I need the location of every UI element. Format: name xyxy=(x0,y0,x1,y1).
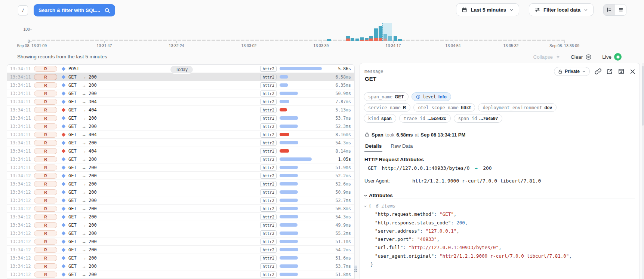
json-colon: : xyxy=(403,245,409,250)
table-row[interactable]: 13:34:11RGET→200httr21.05s xyxy=(7,155,354,163)
live-control[interactable]: Live xyxy=(602,53,622,61)
detail-scrollbar[interactable] xyxy=(642,63,644,279)
tree-view-button[interactable] xyxy=(604,4,615,15)
tag-key: kind xyxy=(368,116,379,121)
tab-details[interactable]: Details xyxy=(364,142,382,152)
row-timestamp: 13:34:12 xyxy=(7,214,30,220)
collapse-control[interactable]: Collapse xyxy=(533,54,560,60)
tag-pill-otel_scope_name[interactable]: otel_scope_namehttr2 xyxy=(413,103,475,112)
tag-pill-span_name[interactable]: span_nameGET xyxy=(364,92,409,101)
row-timestamp: 13:34:11 xyxy=(7,140,30,145)
save-view-icon[interactable] xyxy=(618,68,625,75)
tag-pill-level[interactable]: levelInfo xyxy=(412,92,451,101)
table-row[interactable]: 13:34:12RGET→200httr254.3ms xyxy=(7,213,354,221)
scope-badge: httr2 xyxy=(260,206,277,212)
row-duration: 52.3ms xyxy=(325,124,354,129)
table-row[interactable]: 13:34:11RGET→404httr28.16ms xyxy=(7,131,354,139)
duration-bar-track xyxy=(280,157,325,161)
json-colon: : xyxy=(451,220,456,226)
tab-raw-data[interactable]: Raw Data xyxy=(390,142,413,152)
json-key: "http.response.status_code" xyxy=(375,220,451,226)
row-method: GET xyxy=(68,198,82,203)
json-open-brace: { xyxy=(369,202,372,210)
table-row[interactable]: 13:34:12RGET→200httr251.1ms xyxy=(7,237,354,246)
time-range-button[interactable]: Last 5 minutes xyxy=(456,3,519,16)
list-view-button[interactable] xyxy=(615,4,626,15)
search-sql-button[interactable]: Search & filter with SQL... xyxy=(34,4,115,16)
info-icon xyxy=(416,95,420,99)
table-row[interactable]: 13:34:12RGET→200httr255.2ms xyxy=(7,229,354,237)
table-row[interactable]: 13:34:12RGET→200httr253.7ms xyxy=(7,262,354,270)
row-status-code: 200 xyxy=(89,239,100,244)
http-request-line: GET http://127.0.0.1:40933/bytes/0 → 200 xyxy=(368,165,492,171)
table-row[interactable]: 13:34:11RGET→304httr27.87ms xyxy=(7,98,354,106)
table-row[interactable]: 13:34:12RGET→200httr251.8ms xyxy=(7,270,354,279)
scope-badge: httr2 xyxy=(260,173,277,179)
row-timestamp: 13:34:12 xyxy=(7,239,30,244)
table-row[interactable]: 13:34:11RGET→200httr252.3ms xyxy=(7,122,354,131)
detail-field-label: message xyxy=(364,69,383,74)
service-badge: R xyxy=(34,99,57,105)
duration-bar-track xyxy=(280,100,325,103)
x-axis-tick xyxy=(564,41,565,43)
table-row[interactable]: 13:34:12RGET→200httr252.6ms xyxy=(7,180,354,188)
row-arrow-icon: → xyxy=(82,206,89,211)
duration-bar-track xyxy=(280,75,325,79)
table-row[interactable]: 13:34:12RGET→200httr252.7ms xyxy=(7,196,354,205)
scope-badge: httr2 xyxy=(260,91,277,96)
x-axis-tick-label: 13:33:02 xyxy=(241,43,257,48)
clear-control[interactable]: Clear xyxy=(571,54,592,60)
span-kind-diamond-icon xyxy=(61,116,65,120)
tag-pill-deployment_environment[interactable]: deployment_environmentdev xyxy=(478,103,557,112)
row-method: GET xyxy=(68,83,82,88)
table-row[interactable]: 13:34:12RGET→200httr250.9ms xyxy=(7,188,354,196)
duration-bar-track xyxy=(280,125,325,128)
scope-badge: httr2 xyxy=(260,123,277,129)
duration-bar-track xyxy=(280,240,325,243)
table-row[interactable]: 13:34:11RGET→200httr253.7ms xyxy=(7,114,354,122)
tag-pill-service_name[interactable]: service_nameR xyxy=(364,103,410,112)
duration-bar-track xyxy=(280,174,325,177)
table-row[interactable]: 13:34:12RGET→200httr252.2ms xyxy=(7,172,354,180)
table-row[interactable]: 13:34:11RGET→404httr28.14ms xyxy=(7,147,354,155)
table-row[interactable]: 13:34:11RGET→404httr25.13ms xyxy=(7,106,354,114)
row-arrow-icon: → xyxy=(82,148,89,154)
row-duration: 49.9ms xyxy=(325,223,354,228)
request-status: 200 xyxy=(483,165,492,171)
duration-bar-track xyxy=(280,133,325,136)
tag-value: ...5ce42c xyxy=(428,116,446,121)
y-axis-tick xyxy=(30,29,32,30)
request-arrow-icon: → xyxy=(475,165,478,171)
table-row[interactable]: 13:34:11RGET→200httr26.35ms xyxy=(7,81,354,89)
service-badge: R xyxy=(34,165,57,171)
service-badge: R xyxy=(34,230,57,236)
open-external-icon[interactable] xyxy=(606,68,613,75)
histogram-bar xyxy=(365,38,369,41)
panel-resize-handle[interactable] xyxy=(353,264,358,274)
tag-pill-kind[interactable]: kindspan xyxy=(364,114,396,123)
chevron-down-icon[interactable] xyxy=(364,205,367,208)
table-row[interactable]: 13:34:11RGET→200httr254.3ms xyxy=(7,139,354,147)
table-row[interactable]: 13:34:11RGET→200httr250.9ms xyxy=(7,89,354,98)
table-row[interactable]: 13:34:12RGET→200httr254.2ms xyxy=(7,246,354,254)
table-row[interactable]: 13:34:11RGET→200httr26.58ms xyxy=(7,73,354,81)
table-row[interactable]: 13:34:12RGET→200httr250.8ms xyxy=(7,205,354,213)
histogram-selection[interactable] xyxy=(382,23,392,41)
request-url: http://127.0.0.1:40933/bytes/0 xyxy=(382,165,469,171)
filter-local-data-button[interactable]: Filter local data xyxy=(529,3,594,16)
row-status-code: 200 xyxy=(89,190,100,195)
table-row[interactable]: 13:34:11RGET→200httr251.9ms xyxy=(7,163,354,172)
histogram-bar xyxy=(398,39,402,41)
close-icon[interactable] xyxy=(629,68,636,75)
row-arrow-icon: → xyxy=(82,264,89,269)
attributes-section-toggle[interactable]: Attributes xyxy=(364,193,393,198)
table-row[interactable]: 13:34:12RGET→200httr251.6ms xyxy=(7,254,354,262)
tag-pill-trace_id[interactable]: trace_id...5ce42c xyxy=(399,114,451,123)
copy-link-icon[interactable] xyxy=(595,68,601,75)
table-row[interactable]: 13:34:12RGET→200httr249.9ms xyxy=(7,221,354,229)
duration-bar-track xyxy=(280,149,325,153)
tag-pill-span_id[interactable]: span_id...764597 xyxy=(454,114,503,123)
privacy-dropdown[interactable]: Private xyxy=(554,67,590,76)
row-method: GET xyxy=(68,140,82,145)
duration-bar-track xyxy=(280,141,325,144)
